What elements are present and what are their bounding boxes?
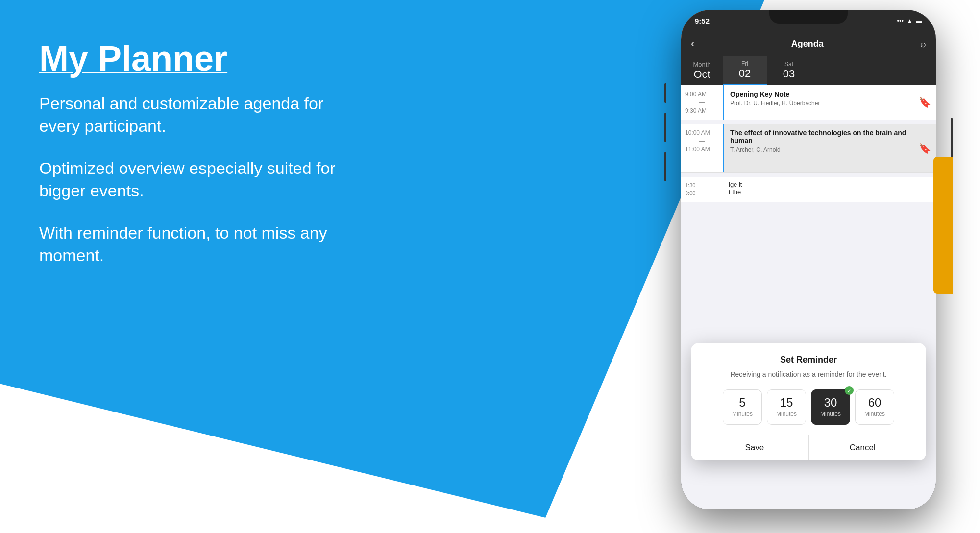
event-1-time-start: 9:00 AM <box>685 90 719 98</box>
yellow-bar <box>933 157 953 294</box>
wifi-icon: ▲ <box>906 17 913 24</box>
phone-wrapper: 9:52 ••• ▲ ▬ ‹ Agenda ⌕ Month Oct <box>666 10 951 529</box>
status-time: 9:52 <box>695 17 710 25</box>
phone-btn-mute <box>664 83 666 103</box>
event-2-speaker: T. Archer, C. Arnold <box>730 146 930 153</box>
tagline-1: Personal and customizable agenda for eve… <box>39 93 343 138</box>
option-60min[interactable]: 60 Minutes <box>855 389 894 425</box>
reminder-actions: Save Cancel <box>701 435 916 460</box>
tagline-2: Optimized overview especially suited for… <box>39 157 343 202</box>
event-1-time-end: 9:30 AM <box>685 107 719 115</box>
event-row-2[interactable]: 10:00 AM — 11:00 AM The effect of innova… <box>681 124 936 173</box>
reminder-title: Set Reminder <box>701 355 916 365</box>
tab-sat[interactable]: Sat 03 <box>767 56 811 85</box>
app-screen: 9:52 ••• ▲ ▬ ‹ Agenda ⌕ Month Oct <box>681 10 936 509</box>
option-5-label: Minutes <box>732 411 753 417</box>
tab-fri-label: Fri <box>741 60 748 67</box>
event-2-time: 10:00 AM — 11:00 AM <box>681 124 723 172</box>
partial-time-1: 1:30 <box>685 182 719 189</box>
event-2-block: The effect of innovative technologies on… <box>723 124 936 172</box>
event-2-time-start: 10:00 AM <box>685 129 719 137</box>
option-15min[interactable]: 15 Minutes <box>767 389 806 425</box>
schedule-area: 9:00 AM — 9:30 AM Opening Key Note Prof.… <box>681 85 936 509</box>
tab-month-label: Month <box>693 61 710 68</box>
event-1-time-dash: — <box>685 98 719 107</box>
search-icon[interactable]: ⌕ <box>920 38 926 49</box>
event-1-speaker: Prof. Dr. U. Fiedler, H. Überbacher <box>730 100 930 107</box>
nav-bar: ‹ Agenda ⌕ <box>681 31 936 56</box>
gap-1 <box>681 120 936 124</box>
phone-frame: 9:52 ••• ▲ ▬ ‹ Agenda ⌕ Month Oct <box>681 10 936 509</box>
partial-row: 1:30 3:00 ige it t the <box>681 177 936 202</box>
event-2-title: The effect of innovative technologies on… <box>730 129 930 145</box>
option-15-label: Minutes <box>776 411 797 417</box>
option-15-num: 15 <box>780 397 793 409</box>
battery-icon: ▬ <box>916 17 922 24</box>
event-2-time-end: 11:00 AM <box>685 145 719 154</box>
reminder-modal: Set Reminder Receiving a notification as… <box>691 343 926 460</box>
gap-2 <box>681 173 936 177</box>
option-5-num: 5 <box>739 397 745 409</box>
option-60-num: 60 <box>868 397 882 409</box>
nav-title: Agenda <box>791 39 824 49</box>
left-content: My Planner Personal and customizable age… <box>39 39 343 287</box>
cancel-button[interactable]: Cancel <box>809 435 917 460</box>
phone-notch <box>769 10 848 24</box>
tab-fri[interactable]: Fri 02 <box>723 56 767 85</box>
option-5min[interactable]: 5 Minutes <box>723 389 762 425</box>
event-1-title: Opening Key Note <box>730 90 930 98</box>
option-60-label: Minutes <box>864 411 885 417</box>
phone-btn-vol-up <box>664 113 666 142</box>
partial-text-2: t the <box>729 188 741 195</box>
back-button[interactable]: ‹ <box>691 37 694 50</box>
phone-btn-vol-down <box>664 152 666 181</box>
phone-btn-power <box>951 118 953 162</box>
tab-fri-num: 02 <box>739 67 751 80</box>
save-button[interactable]: Save <box>701 435 809 460</box>
tagline-3: With reminder function, to not miss any … <box>39 222 343 267</box>
event-2-time-dash: — <box>685 137 719 145</box>
partial-time-2: 3:00 <box>685 190 719 197</box>
date-tabs: Month Oct Fri 02 Sat 03 <box>681 56 936 85</box>
bookmark-icon-1[interactable]: 🔖 <box>919 97 931 108</box>
option-30-label: Minutes <box>820 411 841 417</box>
tab-month[interactable]: Month Oct <box>681 56 723 85</box>
app-title: My Planner <box>39 39 343 78</box>
option-30-num: 30 <box>824 397 837 409</box>
option-30min[interactable]: ✓ 30 Minutes <box>811 389 850 425</box>
check-icon: ✓ <box>845 386 854 395</box>
event-1-time: 9:00 AM — 9:30 AM <box>681 85 723 120</box>
bookmark-icon-2[interactable]: 🔖 <box>919 143 931 154</box>
status-icons: ••• ▲ ▬ <box>897 17 922 24</box>
tab-month-num: Oct <box>693 68 710 81</box>
partial-text-1: ige it <box>729 181 742 188</box>
tab-sat-label: Sat <box>784 61 793 68</box>
event-row-1[interactable]: 9:00 AM — 9:30 AM Opening Key Note Prof.… <box>681 85 936 120</box>
partial-event: ige it t the <box>723 177 748 202</box>
reminder-desc: Receiving a notification as a reminder f… <box>701 370 916 380</box>
reminder-options: 5 Minutes 15 Minutes ✓ 30 Minutes <box>701 389 916 425</box>
tab-sat-num: 03 <box>783 68 795 80</box>
event-1-block: Opening Key Note Prof. Dr. U. Fiedler, H… <box>723 85 936 120</box>
partial-time: 1:30 3:00 <box>681 177 723 202</box>
signal-dots-icon: ••• <box>897 17 904 24</box>
